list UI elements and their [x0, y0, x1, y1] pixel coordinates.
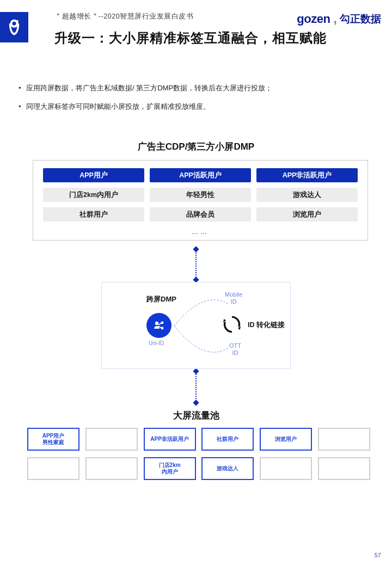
tag-pill: APP非活跃用户 [256, 168, 358, 182]
text: ID [231, 298, 237, 305]
uni-id-icon [146, 313, 171, 338]
brand-cn: 勾正数据 [340, 12, 381, 26]
pool-row: APP用户男性家庭 APP非活跃用户 社群用户 浏览用户 [27, 428, 370, 451]
brand-square [0, 12, 28, 42]
svg-point-3 [155, 322, 158, 325]
convert-label: ID 转化链接 [248, 321, 285, 330]
pool-card: 浏览用户 [260, 428, 312, 451]
tag-pill: 门店2km内用户 [43, 188, 144, 202]
pool-card [27, 457, 79, 480]
connector-line [195, 370, 197, 403]
pool-grid: APP用户男性家庭 APP非活跃用户 社群用户 浏览用户 门店2km内用户 游戏… [27, 428, 370, 487]
cdp-row: APP用户 APP活跃用户 APP非活跃用户 [43, 168, 358, 182]
tag-pill: APP用户 [43, 168, 144, 182]
page-number: 57 [375, 552, 381, 558]
pool-card [318, 457, 370, 480]
tag-pill: 品牌会员 [150, 207, 251, 222]
svg-rect-2 [16, 20, 18, 27]
page-title: 升级一：大小屏精准标签互通融合，相互赋能 [54, 29, 327, 47]
connector-diamond-icon [193, 399, 199, 405]
brand-en: gozen [297, 12, 330, 26]
brand-g-icon [5, 18, 23, 36]
brand-dot: , [333, 12, 336, 26]
pool-card [260, 457, 312, 480]
connector-diamond-icon [193, 246, 199, 252]
pool-card [318, 428, 370, 451]
uni-id-label: Uni-ID [149, 340, 164, 346]
tag-pill: 年轻男性 [150, 188, 251, 202]
svg-point-1 [13, 22, 16, 26]
pool-card [85, 428, 138, 451]
tag-pill: APP活跃用户 [150, 168, 251, 182]
bullet-item: 应用跨屏数据，将广告主私域数据/ 第三方DMP数据，转换后在大屏进行投放； [16, 79, 272, 97]
pool-card: 游戏达人 [201, 457, 254, 480]
connector-diamond-icon [193, 368, 199, 374]
text: ID [232, 349, 238, 356]
bullet-list: 应用跨屏数据，将广告主私域数据/ 第三方DMP数据，转换后在大屏进行投放； 同理… [16, 79, 272, 116]
convert-icon [223, 315, 241, 334]
header: ＂超越增长＂--2020智慧屏行业发展白皮书 gozen, 勾正数据 [54, 12, 381, 26]
tag-pill: 社群用户 [43, 207, 144, 222]
pool-row: 门店2km内用户 游戏达人 [27, 457, 370, 480]
cdp-row: 门店2km内用户 年轻男性 游戏达人 [43, 188, 358, 202]
dmp-box: 跨屏DMP Mobile ID OTT ID Uni-ID ID 转化链接 [101, 282, 291, 369]
bullet-item: 同理大屏标签亦可同时赋能小屏投放，扩展精准投放维度。 [16, 97, 272, 116]
text: Mobile [225, 291, 242, 298]
pool-title: 大屏流量池 [0, 409, 392, 422]
pool-card [85, 457, 138, 480]
pool-card: APP用户男性家庭 [27, 428, 79, 451]
tag-pill: 浏览用户 [256, 207, 358, 222]
cdp-row: 社群用户 品牌会员 浏览用户 [43, 207, 358, 222]
brand-logo: gozen, 勾正数据 [297, 12, 381, 26]
doc-subtitle: ＂超越增长＂--2020智慧屏行业发展白皮书 [54, 12, 193, 21]
pool-card: 门店2km内用户 [144, 457, 196, 480]
svg-line-6 [158, 323, 162, 325]
ellipsis: …… [43, 227, 358, 236]
cdp-title: 广告主CDP/第三方小屏DMP [0, 140, 392, 153]
pool-card: APP非活跃用户 [144, 428, 196, 451]
connector-line [195, 248, 197, 280]
pool-card: 社群用户 [201, 428, 254, 451]
cdp-box: APP用户 APP活跃用户 APP非活跃用户 门店2km内用户 年轻男性 游戏达… [33, 160, 368, 241]
tag-pill: 游戏达人 [256, 188, 358, 202]
